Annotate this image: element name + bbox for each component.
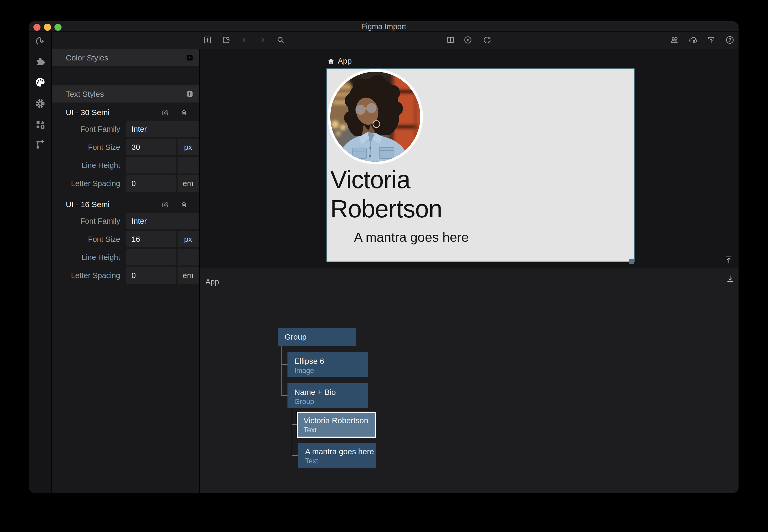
titlebar: Figma Import: [29, 21, 739, 32]
delete-style-icon[interactable]: [181, 201, 187, 208]
font-family-input[interactable]: [126, 213, 198, 229]
publish-button[interactable]: [706, 35, 716, 45]
tree-root-label[interactable]: App: [205, 278, 219, 286]
canvas[interactable]: App: [200, 49, 739, 268]
sidebar-rail: [29, 32, 52, 493]
tree-node-title: Victoria Robertson: [303, 416, 370, 426]
text-styles-header: Text Styles: [52, 85, 199, 103]
color-styles-header: Color Styles: [52, 49, 199, 66]
font-size-unit: px: [177, 139, 198, 155]
cloud-sync-button[interactable]: [688, 35, 698, 45]
font-size-input[interactable]: [126, 231, 176, 247]
back-button[interactable]: [240, 35, 249, 45]
line-height-row: Line Height: [52, 249, 199, 267]
card-text-block: Victoria Robertson A mantra goes here: [330, 165, 492, 245]
text-style-row: UI - 16 Semi: [52, 196, 199, 213]
edit-style-icon[interactable]: [161, 109, 169, 116]
add-frame-button[interactable]: [203, 35, 212, 45]
letter-spacing-label: Letter Spacing: [52, 267, 120, 284]
window-title: Figma Import: [29, 21, 739, 31]
forward-button[interactable]: [258, 35, 267, 45]
font-size-label: Font Size: [52, 231, 120, 247]
sidebar-item-plugins[interactable]: [34, 55, 46, 67]
help-button[interactable]: [725, 35, 735, 45]
edit-style-icon[interactable]: [161, 201, 169, 208]
tree-node-group[interactable]: Group: [278, 328, 356, 346]
tree-node-mantra[interactable]: A mantra goes here Text: [298, 443, 376, 468]
font-family-label: Font Family: [52, 121, 120, 137]
text-style-row: UI - 30 Semi: [52, 104, 199, 121]
letter-spacing-unit: em: [177, 175, 198, 192]
frame-label-text: App: [338, 57, 351, 65]
sidebar-item-vector-flows[interactable]: [34, 34, 46, 46]
layer-tree-panel: App Group Ellipse 6 Image Name: [200, 269, 739, 493]
letter-spacing-row: Letter Spacing em: [52, 267, 199, 285]
refresh-button[interactable]: [482, 35, 492, 45]
add-frame-icon: [203, 35, 212, 44]
card-name-text[interactable]: Victoria Robertson: [330, 165, 492, 224]
font-family-input[interactable]: [126, 121, 198, 137]
line-height-row: Line Height: [52, 157, 199, 175]
tree-node-title: Group: [284, 332, 306, 342]
collapse-up-button[interactable]: [724, 254, 734, 265]
play-button[interactable]: [463, 35, 473, 45]
split-view-button[interactable]: [446, 35, 455, 45]
tree-connector: [292, 408, 292, 456]
assets-icon: [35, 119, 46, 130]
font-size-unit: px: [177, 231, 198, 247]
inspect-button[interactable]: [221, 35, 231, 45]
collaborators-button[interactable]: [670, 35, 679, 45]
tree-node-ellipse6[interactable]: Ellipse 6 Image: [287, 352, 368, 377]
line-height-label: Line Height: [52, 249, 120, 265]
font-size-input[interactable]: [126, 139, 176, 155]
sidebar-item-versions[interactable]: [34, 138, 46, 150]
help-icon: [725, 35, 735, 45]
card-mantra-text[interactable]: A mantra goes here: [330, 229, 492, 245]
play-icon: [464, 35, 473, 44]
split-view-icon: [446, 35, 455, 44]
text-style-name: UI - 30 Semi: [66, 108, 161, 117]
letter-spacing-input[interactable]: [126, 175, 176, 192]
tree-node-title: A mantra goes here: [305, 447, 370, 457]
font-size-row: Font Size px: [52, 139, 199, 157]
letter-spacing-input[interactable]: [126, 267, 176, 284]
cloud-sync-icon: [688, 35, 698, 45]
add-text-style-icon[interactable]: [186, 90, 193, 98]
font-family-row: Font Family: [52, 213, 199, 231]
sidebar-item-settings[interactable]: [34, 98, 46, 109]
styles-panel: Color Styles Text Styles UI - 30 Semi: [52, 49, 200, 493]
profile-photo[interactable]: [328, 69, 423, 164]
font-size-row: Font Size px: [52, 231, 199, 249]
color-styles-empty: [52, 66, 199, 85]
add-color-style-icon[interactable]: [186, 54, 193, 61]
tree-node-subtitle: Group: [294, 397, 362, 406]
settings-icon: [35, 98, 46, 109]
sidebar-item-assets[interactable]: [34, 119, 46, 130]
line-height-label: Line Height: [52, 157, 120, 173]
sidebar-item-styles[interactable]: [34, 76, 46, 88]
collapse-down-button[interactable]: [725, 273, 735, 284]
styles-palette-icon: [34, 76, 46, 88]
font-family-label: Font Family: [52, 213, 120, 229]
line-height-unit: [177, 157, 198, 173]
color-styles-title: Color Styles: [66, 53, 186, 62]
inspect-icon: [222, 35, 231, 44]
search-button[interactable]: [276, 35, 285, 45]
line-height-input[interactable]: [126, 249, 176, 265]
tree-node-subtitle: Text: [303, 426, 370, 434]
tree-node-victoria-robertson[interactable]: Victoria Robertson Text: [297, 412, 376, 438]
tree-node-title: Ellipse 6: [294, 356, 362, 366]
home-icon: [327, 58, 334, 65]
selection-handle[interactable]: [629, 259, 634, 264]
publish-icon: [707, 35, 716, 44]
font-family-row: Font Family: [52, 121, 199, 139]
text-style-name: UI - 16 Semi: [66, 200, 161, 209]
tree-node-name-bio[interactable]: Name + Bio Group: [287, 383, 368, 408]
letter-spacing-label: Letter Spacing: [52, 175, 120, 192]
app-window: Figma Import: [29, 21, 739, 493]
delete-style-icon[interactable]: [181, 109, 187, 116]
text-styles-title: Text Styles: [66, 90, 186, 99]
letter-spacing-row: Letter Spacing em: [52, 175, 199, 193]
frame-label[interactable]: App: [327, 57, 351, 65]
line-height-input[interactable]: [126, 157, 176, 173]
